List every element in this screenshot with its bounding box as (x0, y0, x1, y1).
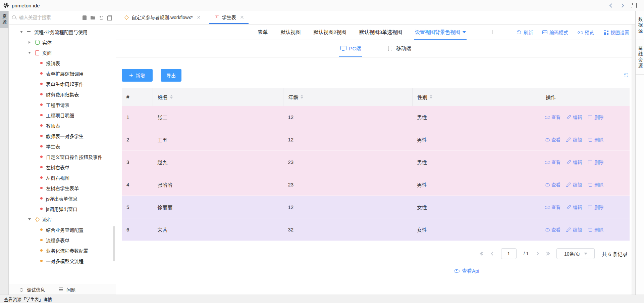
rail-tab[interactable]: 离线资源 (636, 40, 644, 75)
view-action-button[interactable]: 视图设置 (603, 29, 629, 36)
device-tab[interactable]: PC端 (339, 40, 363, 57)
tree-item[interactable]: 业务化流程参数配置 (9, 245, 116, 256)
edit-link[interactable]: 编辑 (566, 204, 582, 210)
close-icon[interactable] (240, 15, 244, 19)
tree-item[interactable]: 结合业务查询配置 (9, 224, 116, 235)
plus-icon (129, 74, 133, 77)
view-tab[interactable]: 默认视图3单选视图 (359, 25, 403, 40)
view-tab[interactable]: 表单 (257, 25, 268, 40)
edit-link[interactable]: 编辑 (566, 114, 582, 120)
editor-tab[interactable]: 自定义参与者规则.workflowx* (119, 11, 205, 24)
view-tab[interactable]: 默认视图 (280, 25, 301, 40)
tree-item[interactable]: 教师表 (9, 120, 116, 131)
tree-item-label: 流程-业务流程配置与使用 (34, 29, 88, 35)
tree-caret-icon[interactable] (19, 31, 23, 33)
chevron-down-icon[interactable] (463, 31, 466, 33)
tree-item-label: 流程多表单 (46, 237, 69, 244)
column-header-age[interactable]: 年龄 (283, 88, 412, 106)
tree-item[interactable]: 表单扩展逻辑调用 (9, 68, 116, 79)
tree-item[interactable]: js弹出表单信息 (9, 193, 116, 204)
refresh-tree-icon[interactable] (99, 15, 104, 20)
delete-link[interactable]: 删除 (588, 181, 603, 188)
view-action-button[interactable]: 编码模式 (542, 29, 568, 36)
locate-file-icon[interactable] (82, 15, 87, 20)
view-link[interactable]: 查看 (545, 226, 560, 233)
tree-caret-icon[interactable] (28, 41, 32, 44)
current-page-input[interactable]: 1 (501, 248, 517, 259)
column-header-gender[interactable]: 性别 (412, 88, 541, 106)
tree-item[interactable]: 一对多模型父流程 (9, 256, 116, 266)
delete-link[interactable]: 删除 (588, 159, 603, 165)
tree-item[interactable]: 流程 (9, 214, 116, 224)
device-tab[interactable]: 移动端 (386, 40, 412, 57)
tree-item[interactable]: 财务费用归集表 (9, 89, 116, 99)
bottom-panel-tab[interactable]: 问题 (58, 286, 75, 293)
view-link[interactable]: 查看 (545, 114, 560, 120)
nav-back-icon[interactable] (609, 3, 614, 8)
add-button[interactable]: 新增 (122, 69, 153, 82)
view-api-link[interactable]: 查看Api (454, 267, 479, 274)
tree-item[interactable]: 工程申请表 (9, 99, 116, 110)
rail-tab-resources[interactable]: 资源 (0, 11, 8, 28)
view-link[interactable]: 查看 (545, 181, 560, 188)
edit-link[interactable]: 编辑 (566, 226, 582, 233)
search-input[interactable] (19, 15, 79, 20)
delete-link[interactable]: 删除 (588, 226, 603, 233)
view-link[interactable]: 查看 (545, 159, 560, 165)
main-scrollbar-track[interactable] (632, 25, 635, 295)
sort-icon[interactable] (301, 95, 303, 99)
tree-item[interactable]: 教师表一对多学生 (9, 131, 116, 141)
view-action-button[interactable]: 刷新 (516, 29, 533, 36)
tree-item[interactable]: 流程多表单 (9, 235, 116, 245)
tree-item[interactable]: 工程项目明细 (9, 110, 116, 120)
tree-item[interactable]: 左树右视图 (9, 172, 116, 183)
sort-icon[interactable] (430, 95, 432, 99)
api-row: 查看Api (122, 267, 630, 275)
tree-caret-icon[interactable] (28, 218, 32, 220)
tree-item[interactable]: 流程-业务流程配置与使用 (9, 27, 116, 37)
page-size-select[interactable]: 10条/页 (556, 248, 595, 259)
cell-index: 5 (122, 204, 153, 210)
add-view-button[interactable] (490, 25, 494, 40)
tree-item[interactable]: 学生表 (9, 141, 116, 152)
eye-icon (545, 137, 550, 142)
editor-tab[interactable]: 学生表 (209, 11, 249, 24)
first-page-button[interactable] (480, 252, 484, 255)
tree-item[interactable]: 自定义窗口操作按钮及事件 (9, 152, 116, 162)
rail-tab[interactable]: 数据源 (636, 11, 644, 40)
tree-item[interactable]: 左树右表单 (9, 162, 116, 172)
export-button[interactable]: 导出 (161, 69, 181, 82)
collapse-all-icon[interactable] (107, 15, 112, 20)
prev-page-button[interactable] (491, 252, 494, 255)
tree-item[interactable]: 左树右学生表单 (9, 183, 116, 193)
view-link[interactable]: 查看 (545, 136, 560, 143)
edit-link[interactable]: 编辑 (566, 159, 582, 165)
delete-link[interactable]: 删除 (588, 114, 603, 120)
tree-item[interactable]: js调用弹出窗口 (9, 204, 116, 214)
new-folder-icon[interactable] (90, 15, 96, 20)
nav-forward-icon[interactable] (620, 3, 624, 8)
tree-item[interactable]: 表单生命周起事件 (9, 79, 116, 89)
view-link[interactable]: 查看 (545, 204, 560, 210)
bottom-panel-tab[interactable]: 调试信息 (19, 286, 45, 293)
view-tab[interactable]: 默认视图2视图 (313, 25, 347, 40)
edit-link[interactable]: 编辑 (566, 136, 582, 143)
tree-item[interactable]: 页面 (9, 47, 116, 58)
view-action-icon (577, 30, 583, 35)
sort-icon[interactable] (170, 95, 173, 99)
last-page-button[interactable] (545, 252, 549, 255)
tree-caret-icon[interactable] (28, 52, 32, 54)
delete-link[interactable]: 删除 (588, 204, 603, 210)
view-action-button[interactable]: 预览 (577, 29, 594, 36)
delete-link[interactable]: 删除 (588, 136, 603, 143)
next-page-button[interactable] (536, 252, 538, 255)
refresh-table-icon[interactable] (623, 72, 629, 78)
edit-link[interactable]: 编辑 (566, 181, 582, 188)
save-icon[interactable] (631, 3, 637, 8)
column-header-name[interactable]: 姓名 (153, 88, 283, 106)
view-tab[interactable]: 设置视图背景色视图 (414, 25, 467, 40)
close-icon[interactable] (197, 15, 201, 19)
tree-item[interactable]: 报销表 (9, 58, 116, 68)
tree-node-icon (40, 156, 43, 158)
tree-item[interactable]: 实体 (9, 37, 116, 47)
